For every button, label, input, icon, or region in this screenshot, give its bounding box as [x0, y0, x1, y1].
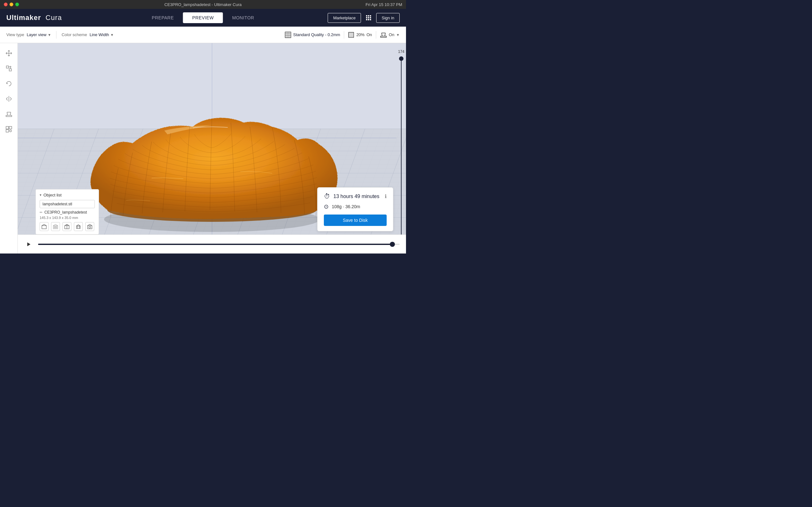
apps-grid-icon[interactable]	[365, 14, 372, 21]
maximize-button[interactable]	[15, 3, 19, 6]
svg-line-14	[385, 33, 386, 36]
view-type-group: View type Layer view ▼	[6, 32, 51, 37]
svg-line-25	[10, 112, 11, 115]
view-type-chevron: ▼	[48, 33, 51, 37]
scale-tool[interactable]	[3, 62, 15, 75]
model-name-row: ✏ CE3PRO_lampshadetest	[40, 210, 95, 215]
tab-monitor[interactable]: MONITOR	[223, 12, 263, 23]
playback-progress-thumb[interactable]	[390, 242, 395, 247]
logo-light: Cura	[46, 14, 62, 21]
svg-rect-29	[6, 130, 9, 132]
save-to-disk-button[interactable]: Save to Disk	[324, 215, 387, 226]
model-view-btn-5[interactable]	[85, 222, 94, 231]
svg-rect-23	[6, 115, 12, 117]
infill-group[interactable]: 20% On	[348, 32, 372, 38]
model-dimensions: 145.3 x 143.9 x 35.0 mm	[40, 216, 95, 220]
svg-rect-18	[6, 66, 9, 68]
model-view-btn-3[interactable]	[62, 222, 71, 231]
info-icon[interactable]: ℹ	[385, 193, 387, 199]
play-button[interactable]	[24, 240, 33, 249]
view-type-value: Layer view	[27, 32, 46, 37]
svg-rect-45	[54, 226, 57, 228]
model-view-btn-4[interactable]	[74, 222, 83, 231]
color-scheme-label: Color scheme	[61, 32, 87, 37]
layer-slider-top-thumb[interactable]	[399, 56, 403, 61]
model-view-btn-2[interactable]	[51, 222, 60, 231]
playback-progress-track[interactable]	[38, 244, 400, 245]
toolbar-divider-2	[344, 31, 344, 39]
svg-point-30	[9, 130, 11, 132]
rotate-tool[interactable]	[3, 77, 15, 90]
toolbar-divider-3	[376, 31, 376, 39]
model-view-btn-1[interactable]	[40, 222, 49, 231]
svg-point-52	[89, 226, 91, 228]
model-icons-row	[40, 222, 95, 231]
view-type-label: View type	[6, 32, 24, 37]
svg-rect-27	[6, 126, 9, 129]
layer-slider[interactable]: 174	[397, 49, 406, 247]
app-logo: Ultimaker Cura	[6, 14, 62, 22]
color-scheme-dropdown[interactable]: Line Width ▼	[90, 32, 113, 37]
marketplace-button[interactable]: Marketplace	[328, 13, 361, 23]
left-toolbar	[0, 43, 18, 253]
svg-marker-53	[27, 242, 31, 246]
traffic-lights	[4, 3, 19, 6]
toolbar-divider-1	[56, 31, 56, 39]
window-title: CE3PRO_lampshadetest - Ultimaker Cura	[164, 2, 241, 7]
main-area: 174 ▾ Object list lampshadetest.stl ✏ CE…	[0, 43, 406, 253]
support-toggle: On	[389, 32, 394, 37]
svg-rect-0	[285, 32, 291, 38]
infill-toggle: On	[366, 32, 372, 37]
signin-button[interactable]: Sign in	[376, 13, 400, 23]
header-right: Marketplace Sign in	[328, 13, 400, 23]
layer-max-number: 174	[398, 49, 404, 54]
file-name-box: lampshadetest.stl	[40, 200, 95, 208]
layer-slider-track[interactable]	[401, 56, 402, 246]
svg-line-13	[382, 33, 382, 36]
playback-progress-fill	[38, 244, 392, 245]
titlebar-right: Fri Apr 15 10:37 PM	[365, 2, 402, 7]
svg-rect-12	[380, 36, 386, 38]
logo-bold: Ultimaker	[6, 14, 41, 21]
svg-rect-43	[42, 226, 46, 229]
clock: Fri Apr 15 10:37 PM	[365, 2, 402, 7]
print-info-panel: ⏱ 13 hours 49 minutes ℹ ⊙ 108g · 36.20m …	[317, 187, 393, 231]
edit-icon[interactable]: ✏	[40, 210, 43, 215]
quality-group[interactable]: Standard Quality - 0.2mm	[285, 32, 340, 38]
print-material: 108g · 36.20m	[332, 204, 360, 209]
material-icon: ⊙	[324, 203, 328, 210]
titlebar: CE3PRO_lampshadetest - Ultimaker Cura Fr…	[0, 0, 406, 9]
object-list-panel: ▾ Object list lampshadetest.stl ✏ CE3PRO…	[36, 189, 99, 234]
svg-rect-48	[77, 226, 80, 228]
svg-rect-28	[9, 126, 12, 129]
infill-pct: 20%	[356, 32, 364, 37]
support-icon	[380, 32, 387, 38]
main-toolbar: View type Layer view ▼ Color scheme Line…	[0, 26, 406, 43]
color-scheme-group: Color scheme Line Width ▼	[61, 32, 114, 37]
svg-line-24	[7, 112, 8, 115]
collapse-arrow-icon[interactable]: ▾	[40, 193, 42, 197]
3d-viewport[interactable]: 174 ▾ Object list lampshadetest.stl ✏ CE…	[18, 43, 406, 253]
tab-preview[interactable]: PREVIEW	[183, 12, 223, 23]
print-time-row: ⏱ 13 hours 49 minutes ℹ	[324, 193, 387, 200]
print-time: 13 hours 49 minutes	[334, 193, 382, 199]
print-material-row: ⊙ 108g · 36.20m	[324, 203, 387, 210]
minimize-button[interactable]	[9, 3, 13, 6]
settings-tool[interactable]	[3, 123, 15, 135]
object-list-title: Object list	[44, 193, 61, 198]
support-chevron: ▼	[396, 33, 400, 37]
clock-icon: ⏱	[324, 193, 330, 200]
support-group[interactable]: On ▼	[380, 32, 400, 38]
support-tool[interactable]	[3, 108, 15, 120]
close-button[interactable]	[4, 3, 8, 6]
view-type-dropdown[interactable]: Layer view ▼	[27, 32, 51, 37]
move-tool[interactable]	[3, 47, 15, 60]
quality-section: Standard Quality - 0.2mm 20% On	[285, 31, 400, 39]
mirror-tool[interactable]	[3, 93, 15, 105]
svg-rect-19	[9, 69, 11, 71]
model-name: CE3PRO_lampshadetest	[44, 210, 87, 215]
playback-bar	[18, 234, 406, 253]
nav-tabs: PREPARE PREVIEW MONITOR	[143, 12, 264, 23]
tab-prepare[interactable]: PREPARE	[143, 12, 183, 23]
quality-value: Standard Quality - 0.2mm	[293, 32, 340, 37]
